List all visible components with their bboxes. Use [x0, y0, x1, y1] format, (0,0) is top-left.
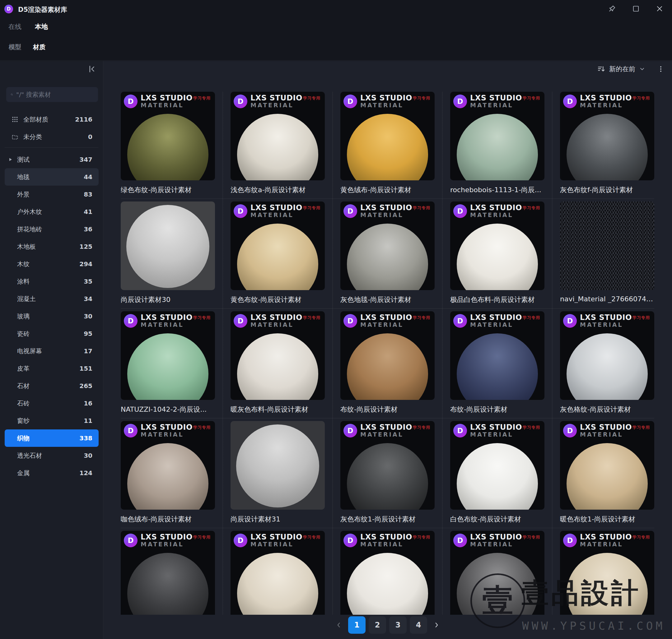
material-name: 绿色布纹-尚辰设计素材 — [121, 185, 215, 194]
sidebar-category[interactable]: 织物338 — [5, 430, 98, 447]
material-card[interactable]: DLXS STUDIOMATERIAL学习专用 — [340, 531, 434, 615]
material-card[interactable]: DLXS STUDIOMATERIAL学习专用NATUZZI-1042-2-尚辰… — [121, 311, 215, 421]
studio-logo-icon: D — [234, 534, 247, 547]
page-button[interactable]: 1 — [348, 616, 366, 634]
material-name: 暖色布纹1-尚辰设计素材 — [560, 515, 654, 524]
sidebar-category[interactable]: 木纹294 — [5, 255, 98, 273]
tab-materials[interactable]: 材质 — [33, 43, 45, 51]
studio-logo-icon: D — [234, 95, 247, 108]
sidebar-category[interactable]: 测试347 — [5, 151, 98, 168]
tab-local[interactable]: 本地 — [35, 22, 48, 31]
sidebar-item[interactable]: 全部材质2116 — [5, 111, 98, 128]
material-name: 极品白色布料-尚辰设计素材 — [450, 295, 545, 305]
studio-logo-icon: D — [563, 95, 577, 108]
material-card[interactable]: DLXS STUDIOMATERIAL学习专用 — [231, 531, 325, 615]
material-card[interactable]: 尚辰设计素材31 — [231, 421, 325, 531]
tab-models[interactable]: 模型 — [9, 43, 21, 51]
studio-branding: DLXS STUDIOMATERIAL — [453, 204, 522, 218]
material-thumbnail: DLXS STUDIOMATERIAL学习专用 — [121, 531, 215, 615]
page-button[interactable]: 3 — [389, 616, 407, 634]
sidebar-category[interactable]: 拼花地砖36 — [5, 220, 98, 238]
collapse-sidebar-button[interactable] — [87, 63, 98, 75]
material-card[interactable]: DLXS STUDIOMATERIAL学习专用极品白色布料-尚辰设计素材 — [450, 202, 545, 311]
material-card[interactable]: DLXS STUDIOMATERIAL学习专用黄色布纹-尚辰设计素材 — [231, 202, 325, 311]
search-box[interactable] — [6, 87, 98, 102]
studio-name: LXS STUDIO — [470, 204, 522, 212]
material-name: 浅色布纹a-尚辰设计素材 — [231, 185, 325, 194]
page-button[interactable]: 4 — [410, 616, 427, 634]
material-card[interactable]: DLXS STUDIOMATERIAL学习专用灰色地毯-尚辰设计素材 — [340, 202, 434, 311]
material-card[interactable]: navi_Material _27666074-... — [560, 202, 654, 311]
material-card[interactable]: DLXS STUDIOMATERIAL学习专用暖灰色布料-尚辰设计素材 — [231, 311, 325, 421]
material-card[interactable]: DLXS STUDIOMATERIAL学习专用灰色布纹f-尚辰设计素材 — [560, 92, 654, 202]
material-card[interactable]: DLXS STUDIOMATERIAL学习专用 — [450, 531, 545, 615]
studio-name: LXS STUDIO — [580, 94, 632, 102]
material-thumbnail: DLXS STUDIOMATERIAL学习专用 — [450, 421, 545, 510]
material-thumbnail: DLXS STUDIOMATERIAL学习专用 — [231, 92, 325, 180]
sidebar-item-count: 0 — [88, 133, 92, 141]
sidebar-category[interactable]: 皮革151 — [5, 360, 98, 377]
material-card[interactable]: DLXS STUDIOMATERIAL学习专用白色布纹-尚辰设计素材 — [450, 421, 545, 531]
material-card[interactable]: DLXS STUDIOMATERIAL学习专用灰色格纹-尚辰设计素材 — [560, 311, 654, 421]
studio-subtitle: MATERIAL — [580, 322, 632, 328]
studio-subtitle: MATERIAL — [470, 212, 522, 218]
sort-control[interactable]: 新的在前 — [597, 65, 645, 73]
search-input[interactable] — [16, 91, 94, 98]
material-sphere — [347, 553, 428, 615]
material-name: 黄色布纹-尚辰设计素材 — [231, 295, 325, 305]
category-count: 11 — [84, 417, 92, 424]
sidebar-category[interactable]: 石材265 — [5, 377, 98, 394]
sidebar-category[interactable]: 瓷砖95 — [5, 325, 98, 342]
material-card[interactable]: DLXS STUDIOMATERIAL学习专用布纹-尚辰设计素材 — [340, 311, 434, 421]
close-button[interactable] — [653, 2, 666, 15]
material-card[interactable]: DLXS STUDIOMATERIAL学习专用布纹-尚辰设计素材 — [450, 311, 545, 421]
studio-logo-icon: D — [563, 424, 577, 437]
material-name: rochebobois-1113-1-尚辰... — [450, 185, 545, 194]
tab-online[interactable]: 在线 — [9, 22, 21, 31]
category-count: 36 — [84, 225, 92, 233]
studio-branding: DLXS STUDIOMATERIAL — [453, 533, 522, 548]
material-card[interactable]: DLXS STUDIOMATERIAL学习专用rochebobois-1113-… — [450, 92, 545, 202]
sidebar-category[interactable]: 涂料35 — [5, 273, 98, 290]
sidebar-item[interactable]: 未分类0 — [5, 128, 98, 145]
studio-branding: DLXS STUDIOMATERIAL — [453, 423, 522, 438]
sidebar-category[interactable]: 电视屏幕17 — [5, 342, 98, 360]
material-sphere — [347, 443, 428, 510]
material-card[interactable]: DLXS STUDIOMATERIAL学习专用绿色布纹-尚辰设计素材 — [121, 92, 215, 202]
material-card[interactable]: DLXS STUDIOMATERIAL学习专用黄色绒布-尚辰设计素材 — [340, 92, 434, 202]
category-label: 皮革 — [17, 364, 30, 373]
studio-branding: DLXS STUDIOMATERIAL — [234, 94, 302, 109]
sidebar-category[interactable]: 混凝土34 — [5, 290, 98, 308]
sidebar-category[interactable]: 透光石材30 — [5, 447, 98, 464]
pagination: 1234 — [333, 616, 443, 634]
sidebar-category[interactable]: 石砖16 — [5, 394, 98, 412]
maximize-button[interactable] — [630, 2, 642, 15]
material-name: 咖色绒布-尚辰设计素材 — [121, 515, 215, 524]
sidebar-category[interactable]: 玻璃30 — [5, 308, 98, 325]
sidebar-category[interactable]: 金属124 — [5, 464, 98, 482]
material-card[interactable]: DLXS STUDIOMATERIAL学习专用 — [560, 531, 654, 615]
material-card[interactable]: 尚辰设计素材30 — [121, 202, 215, 311]
sidebar-category[interactable]: 窗纱11 — [5, 412, 98, 430]
material-card[interactable]: DLXS STUDIOMATERIAL学习专用咖色绒布-尚辰设计素材 — [121, 421, 215, 531]
sidebar-category[interactable]: 外景83 — [5, 186, 98, 203]
studio-name: LXS STUDIO — [470, 94, 522, 102]
sidebar-category[interactable]: 木地板125 — [5, 238, 98, 255]
previous-page-button[interactable] — [333, 616, 345, 634]
pin-button[interactable] — [606, 2, 618, 15]
studio-logo-icon: D — [563, 314, 577, 328]
category-label: 瓷砖 — [17, 330, 30, 338]
material-card[interactable]: DLXS STUDIOMATERIAL学习专用浅色布纹a-尚辰设计素材 — [231, 92, 325, 202]
red-watermark-badge: 学习专用 — [523, 205, 540, 211]
next-page-button[interactable] — [430, 616, 443, 634]
expand-arrow-icon[interactable] — [9, 158, 12, 161]
material-card[interactable]: DLXS STUDIOMATERIAL学习专用灰色布纹1-尚辰设计素材 — [340, 421, 434, 531]
material-card[interactable]: DLXS STUDIOMATERIAL学习专用 — [121, 531, 215, 615]
material-card[interactable]: DLXS STUDIOMATERIAL学习专用暖色布纹1-尚辰设计素材 — [560, 421, 654, 531]
page-button[interactable]: 2 — [369, 616, 386, 634]
material-thumbnail: DLXS STUDIOMATERIAL学习专用 — [450, 531, 545, 615]
material-name: 灰色布纹f-尚辰设计素材 — [560, 185, 654, 194]
sidebar-category[interactable]: 户外木纹41 — [5, 203, 98, 220]
more-options-button[interactable] — [657, 65, 665, 73]
sidebar-category[interactable]: 地毯44 — [5, 168, 98, 186]
